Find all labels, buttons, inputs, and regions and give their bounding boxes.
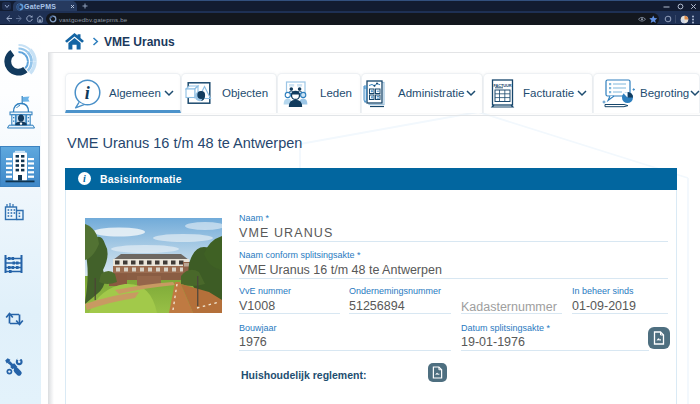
svg-text:FACTUUR: FACTUUR (494, 83, 512, 88)
svg-text:i: i (85, 83, 90, 103)
